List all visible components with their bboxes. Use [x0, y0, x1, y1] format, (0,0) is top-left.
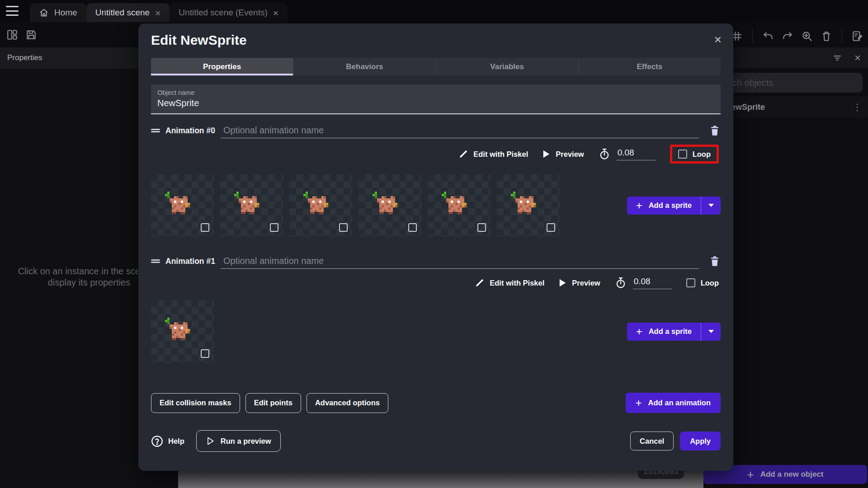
pig-sprite: [439, 192, 471, 219]
tab-untitled-scene[interactable]: Untitled scene ×: [86, 3, 170, 22]
tab-home[interactable]: Home: [30, 3, 86, 22]
frame-checkbox[interactable]: [270, 223, 278, 232]
tab-behaviors[interactable]: Behaviors: [293, 58, 435, 75]
object-name-field-value: NewSprite: [157, 98, 714, 108]
frame-checkbox[interactable]: [547, 223, 555, 232]
object-name-field-label: Object name: [157, 89, 714, 96]
object-menu-icon[interactable]: ⋮: [853, 102, 862, 113]
preview-button[interactable]: Preview: [559, 278, 600, 287]
edit-with-piskel-button[interactable]: Edit with Piskel: [459, 150, 528, 159]
animation-name-field[interactable]: [221, 253, 699, 269]
delete-animation-icon[interactable]: [709, 255, 721, 267]
top-tab-bar: Home Untitled scene × Untitled scene (Ev…: [0, 0, 868, 22]
cancel-button[interactable]: Cancel: [630, 432, 674, 450]
hamburger-menu-icon[interactable]: [6, 6, 19, 16]
frame-checkbox[interactable]: [201, 223, 209, 232]
drag-handle-icon[interactable]: [151, 258, 160, 264]
time-between-frames-field[interactable]: [633, 277, 672, 289]
time-between-frames-input[interactable]: [633, 277, 672, 289]
toolbar-separator: [752, 28, 753, 44]
sprite-frame[interactable]: [151, 174, 214, 236]
preview-button[interactable]: Preview: [542, 150, 584, 159]
edit-sprite-dialog: Edit NewSprite × Properties Behaviors Va…: [138, 23, 733, 471]
chevron-down-icon: [708, 330, 714, 333]
undo-icon[interactable]: [762, 30, 774, 42]
delete-animation-icon[interactable]: [709, 125, 721, 136]
edit-with-piskel-button[interactable]: Edit with Piskel: [475, 278, 544, 287]
timer-icon: [599, 148, 610, 160]
loop-option: Loop: [686, 278, 719, 287]
tab-label: Untitled scene: [95, 8, 150, 18]
animation-1-header: Animation #1: [151, 253, 721, 270]
pig-sprite: [163, 192, 194, 219]
brush-icon: [459, 150, 468, 159]
panels-layout-icon[interactable]: [6, 29, 18, 41]
tab-variables[interactable]: Variables: [436, 58, 578, 75]
add-animation-button[interactable]: + Add an animation: [626, 393, 721, 413]
sprite-frame[interactable]: [359, 174, 421, 236]
animation-1-controls: Edit with Piskel Preview Loop: [151, 272, 721, 294]
help-button[interactable]: Help: [151, 435, 184, 447]
apply-button[interactable]: Apply: [680, 432, 721, 450]
add-sprite-button[interactable]: +Add a sprite: [627, 197, 721, 215]
close-tab-icon[interactable]: ×: [273, 8, 278, 18]
frame-checkbox[interactable]: [201, 349, 209, 358]
tab-label: Untitled scene (Events): [179, 8, 267, 18]
loop-option-highlighted: Loop: [670, 145, 719, 164]
loop-checkbox[interactable]: [686, 278, 695, 287]
sprite-frame[interactable]: [289, 174, 352, 236]
time-between-frames: [615, 277, 672, 289]
dialog-tabs: Properties Behaviors Variables Effects: [151, 58, 721, 75]
play-outline-icon: [206, 436, 215, 446]
close-dialog-icon[interactable]: ×: [714, 33, 722, 46]
dialog-title: Edit NewSprite: [151, 23, 721, 48]
delete-icon[interactable]: [821, 30, 832, 42]
run-preview-button[interactable]: Run a preview: [196, 430, 281, 452]
plus-icon: +: [636, 199, 642, 212]
add-sprite-button[interactable]: +Add a sprite: [627, 323, 721, 341]
sprite-frame[interactable]: [428, 174, 491, 236]
zoom-in-icon[interactable]: [801, 30, 813, 42]
animation-name-input[interactable]: [221, 123, 699, 138]
time-between-frames-input[interactable]: [617, 148, 656, 160]
close-panel-icon[interactable]: ×: [854, 52, 861, 64]
pig-sprite: [370, 192, 402, 219]
save-icon[interactable]: [25, 29, 37, 41]
plus-icon: +: [636, 397, 642, 409]
animation-name-field[interactable]: [221, 123, 699, 138]
add-sprite-dropdown[interactable]: [701, 323, 721, 341]
drag-handle-icon[interactable]: [151, 128, 160, 134]
loop-checkbox[interactable]: [678, 150, 687, 159]
sprite-frame[interactable]: [151, 300, 214, 362]
play-icon: [559, 278, 566, 287]
tab-untitled-scene-events[interactable]: Untitled scene (Events) ×: [170, 3, 288, 22]
frame-checkbox[interactable]: [339, 223, 348, 232]
tab-effects[interactable]: Effects: [578, 58, 721, 75]
pig-sprite: [301, 192, 333, 219]
time-between-frames-field[interactable]: [617, 148, 656, 160]
add-sprite-dropdown[interactable]: [701, 197, 721, 215]
redo-icon[interactable]: [782, 30, 793, 42]
advanced-options-button[interactable]: Advanced options: [307, 393, 388, 413]
edit-scene-events-icon[interactable]: [852, 30, 863, 42]
sprite-frame[interactable]: [497, 174, 560, 236]
frame-checkbox[interactable]: [477, 223, 486, 232]
tab-label: Home: [54, 8, 77, 18]
filter-list-icon[interactable]: [832, 52, 843, 63]
help-icon: [151, 435, 163, 447]
tab-properties[interactable]: Properties: [151, 58, 293, 75]
plus-icon: +: [636, 325, 642, 338]
sprite-frame[interactable]: [220, 174, 283, 236]
object-name-field[interactable]: Object name NewSprite: [151, 84, 721, 114]
dialog-actions-row: Edit collision masks Edit points Advance…: [151, 393, 721, 413]
frame-checkbox[interactable]: [408, 223, 417, 232]
pig-sprite: [509, 192, 540, 219]
edit-collision-masks-button[interactable]: Edit collision masks: [151, 393, 240, 413]
brush-icon: [475, 278, 484, 287]
edit-points-button[interactable]: Edit points: [245, 393, 301, 413]
animation-1-frames: +Add a sprite: [151, 300, 721, 362]
animation-label: Animation #0: [165, 126, 215, 136]
animation-name-input[interactable]: [221, 253, 699, 268]
close-tab-icon[interactable]: ×: [155, 8, 160, 18]
dialog-footer: Help Run a preview Cancel Apply: [151, 430, 721, 452]
